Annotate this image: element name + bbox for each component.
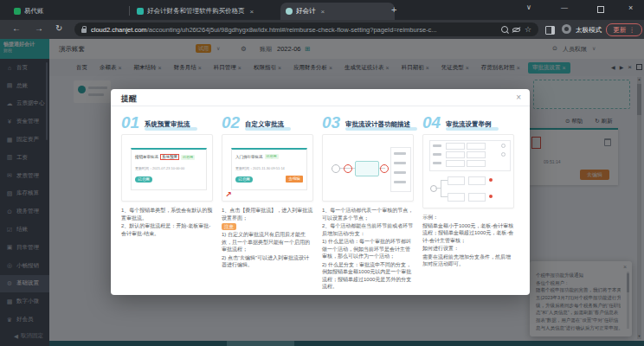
modal-header: 提醒 × [111, 89, 530, 106]
step-4-screenshot [422, 134, 514, 208]
window-restore-icon[interactable] [597, 6, 604, 13]
step-title: 自定义审批流 [245, 120, 284, 129]
form-input [467, 151, 486, 158]
note-line: 1、每个报销单类型，系统会有默认的预置审批流。 [121, 207, 213, 221]
form-input [467, 160, 486, 167]
preset-tag: 系统预置 [160, 154, 179, 160]
red-dot [489, 178, 493, 182]
modal-close-icon[interactable]: × [516, 93, 521, 102]
flow-connector [441, 180, 448, 181]
placeholder-bar [394, 181, 406, 183]
chanjet-favicon-icon [137, 8, 144, 15]
cloud-favicon-icon [286, 8, 293, 15]
edit-button: 去编辑 [286, 176, 303, 183]
enabled-badge: 已启用 [181, 155, 195, 160]
browser-tab-haokuaiji-pricing[interactable]: 好会计财务和管理软件购买价格页 × [132, 3, 287, 20]
browser-tab-strip: 易代账 好会计财务和管理软件购买价格页 × 好会计 × + ∨ — × [0, 0, 644, 20]
secure-lock-icon [81, 29, 87, 33]
tab-separator [129, 6, 130, 16]
flow-connector [435, 188, 441, 189]
step-3-header: 03 审批流设计器功能描述 [322, 113, 414, 134]
tab-close-icon[interactable]: × [250, 8, 254, 16]
step-number: 04 [422, 113, 441, 131]
placeholder-bar [433, 153, 441, 156]
placeholder-bar [394, 171, 406, 174]
window-close-icon[interactable]: × [628, 3, 633, 12]
tab-close-icon[interactable]: × [321, 8, 325, 16]
note-line: 2) 什么是分支：审批流中不同的分支，例如报销单金额1000元以内是一个审批流程… [322, 261, 414, 291]
dark-mode-extension-label[interactable]: 太极模式 [576, 26, 602, 35]
red-highlight-ring [344, 164, 352, 173]
side-panel-icon[interactable] [545, 26, 555, 35]
step-3-notes: 1、每一个活动都代表一个审核的节点，可以设置多个节点；2、每个活动都能在当前环节… [322, 207, 414, 291]
branch-line [441, 180, 441, 197]
branch-node [468, 176, 486, 185]
step-title: 审批流设置举例 [446, 120, 492, 129]
step-3-screenshot [322, 134, 414, 202]
browser-toolbar: ← → ↻ cloud2.chanjet.com/accounting/uh26… [0, 20, 644, 39]
flow-name: 入门指引审批流 [235, 155, 263, 159]
step-1-screenshot: 报销单审批流 系统预置 已启用 更新时间：2021-07-23 10:00:00… [121, 134, 213, 202]
back-icon[interactable]: ← [12, 24, 21, 33]
step-number: 03 [322, 113, 340, 131]
reload-icon[interactable]: ↻ [55, 24, 62, 33]
update-label: 更新 [613, 26, 626, 35]
red-highlight-ring [380, 164, 389, 173]
red-arrow-icon: ↗ [225, 190, 232, 199]
new-tab-button[interactable]: + [391, 4, 396, 15]
step-2-notes: 1、点击【费用审批流】，进入到审批流设置界面； 注意 1) 自定义的审批流只有启… [222, 207, 313, 269]
placeholder-bar [433, 162, 441, 164]
howto-text: 需要在流程前先增加分支条件，然后增加对应活动即可。 [422, 253, 514, 268]
form-radio [501, 152, 506, 157]
form-input [467, 143, 486, 150]
enabled-badge: 已启用 [265, 154, 279, 159]
note-line: 2、每个活动都能在当前环节前或者环节后增加活动/分支： [322, 222, 414, 237]
address-bar[interactable]: cloud2.chanjet.com/accounting/uh26t264j5… [74, 22, 538, 36]
howto-label: 如何进行设置： [422, 245, 514, 253]
updated-time: 更新时间：2021-11-30 09:51:14 [235, 166, 285, 170]
red-dot [489, 195, 493, 198]
step-title: 系统预置审批流 [145, 120, 190, 129]
yidaizhang-favicon-icon [14, 8, 21, 15]
branch-node [448, 193, 465, 202]
update-button[interactable]: 更新 ⋮ [606, 23, 642, 36]
note-line: 2) 点击“去编辑”可以进入到审批流设计器进行编辑。 [222, 254, 313, 269]
flow-activity-node [355, 161, 379, 176]
step-3-column: 03 审批流设计器功能描述 1、每一个活动都代表一个审核的节点，可以设置多个节点… [322, 113, 414, 292]
step-1-header: 01 系统预置审批流 [121, 113, 213, 134]
placeholder-bar [394, 162, 406, 164]
browser-tab-title: 好会计财务和管理软件购买价格页 [147, 7, 245, 16]
zoom-icon[interactable] [501, 26, 508, 33]
step-2-sub-notes: 1) 自定义的审批流只有启用后才能生效，且一个单据类型只能有一个启用的审批流程；… [222, 231, 313, 269]
screen: 易代账 好会计财务和管理软件购买价格页 × 好会计 × + ∨ — × ← → … [0, 0, 644, 346]
browser-tab-haokuaiji-active[interactable]: 好会计 × [280, 3, 395, 20]
note-line: 1) 自定义的审批流只有启用后才能生效，且一个单据类型只能有一个启用的审批流程； [222, 231, 313, 253]
extension-avatar-icon[interactable] [562, 24, 571, 34]
mini-card-row: 报销单审批流 系统预置 已启用 [135, 154, 195, 160]
url-text: cloud2.chanjet.com/accounting/uh26t264j5… [91, 26, 497, 34]
modal-title: 提醒 [121, 93, 137, 105]
step-2-screenshot: 入门指引审批流 已启用 更新时间：2021-11-30 09:51:14 已启用… [222, 134, 313, 202]
example-label: 示例： [422, 214, 514, 221]
updated-time: 更新时间：2021-07-23 10:00:00 [135, 166, 184, 170]
browser-tab-title: 易代账 [24, 7, 44, 16]
reminder-modal: 提醒 × 01 系统预置审批流 报销单审批流 系统预置 已启用 更新时间：202… [111, 89, 530, 295]
forward-icon[interactable]: → [35, 24, 43, 33]
bookmark-star-icon[interactable]: ☆ [525, 25, 531, 34]
kebab-menu-icon[interactable]: ⋮ [628, 26, 635, 34]
form-radio [501, 144, 506, 148]
browser-tab-yidaizhang[interactable]: 易代账 [9, 3, 137, 20]
step-2-header: 02 自定义审批流 [222, 113, 313, 134]
step-number: 02 [222, 113, 240, 131]
browser-tab-title: 好会计 [296, 7, 316, 16]
window-minimize-icon[interactable]: — [561, 3, 568, 11]
window-menu-icon[interactable]: ∨ [526, 3, 531, 11]
branch-node [468, 193, 486, 202]
note-line: 1) 什么是活动：每一个审批的环节都叫做一个活动，例如当前环节是会计主管审核，那… [322, 238, 414, 260]
step-2-column: 02 自定义审批流 入门指引审批流 已启用 更新时间：2021-11-30 09… [222, 113, 313, 270]
form-input [446, 160, 465, 167]
example-text: 报销单金额小于1000元，老板-会计审核流程；报销单金额超过1000元，老板-会… [422, 222, 514, 245]
media-blocked-icon[interactable] [512, 26, 520, 33]
flow-name: 报销单审批流 [135, 155, 158, 159]
placeholder-bar [394, 152, 406, 155]
